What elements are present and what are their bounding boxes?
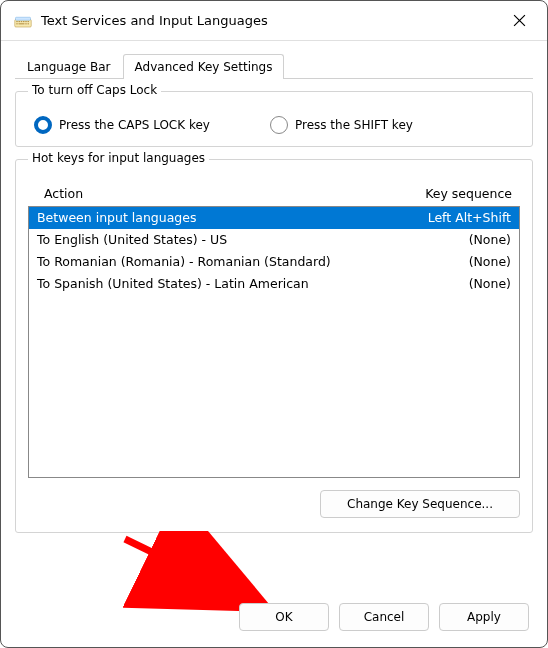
ok-button[interactable]: OK [239,603,329,631]
list-item-action: To Spanish (United States) - Latin Ameri… [37,275,309,293]
column-action: Action [44,186,83,201]
radio-checked-icon [34,116,52,134]
svg-rect-8 [16,23,18,24]
radio-shift-label: Press the SHIFT key [295,118,413,132]
svg-rect-1 [16,17,31,20]
list-item-action: To English (United States) - US [37,231,227,249]
apply-button[interactable]: Apply [439,603,529,631]
tab-advanced-key-settings[interactable]: Advanced Key Settings [123,54,285,79]
radio-capslock-key[interactable]: Press the CAPS LOCK key [34,116,210,134]
svg-rect-9 [19,23,25,24]
list-item[interactable]: Between input languages Left Alt+Shift [29,207,519,229]
close-button[interactable] [503,5,535,37]
window-title: Text Services and Input Languages [41,13,268,28]
tab-language-bar[interactable]: Language Bar [15,54,123,79]
dialog-button-row: OK Cancel Apply [239,603,529,631]
hotkeys-header: Action Key sequence [28,184,520,206]
cancel-button[interactable]: Cancel [339,603,429,631]
list-item[interactable]: To Spanish (United States) - Latin Ameri… [29,273,519,295]
keyboard-icon [13,11,33,31]
capslock-legend: To turn off Caps Lock [28,83,161,97]
list-item[interactable]: To Romanian (Romania) - Romanian (Standa… [29,251,519,273]
list-item-action: Between input languages [37,209,197,227]
svg-rect-3 [19,21,21,22]
radio-capslock-label: Press the CAPS LOCK key [59,118,210,132]
svg-rect-5 [23,21,25,22]
svg-rect-10 [25,23,27,24]
svg-rect-4 [21,21,23,22]
radio-unchecked-icon [270,116,288,134]
column-keyseq: Key sequence [425,186,512,201]
titlebar: Text Services and Input Languages [1,1,547,41]
list-item-keyseq: Left Alt+Shift [428,209,511,227]
hotkeys-group: Hot keys for input languages Action Key … [15,159,533,533]
list-item-keyseq: (None) [469,231,511,249]
svg-rect-2 [16,21,18,22]
hotkeys-list[interactable]: Between input languages Left Alt+Shift T… [28,206,520,478]
capslock-group: To turn off Caps Lock Press the CAPS LOC… [15,91,533,147]
dialog-content: Language Bar Advanced Key Settings To tu… [1,41,547,545]
list-item-action: To Romanian (Romania) - Romanian (Standa… [37,253,331,271]
svg-rect-6 [25,21,27,22]
list-item-keyseq: (None) [469,253,511,271]
list-item[interactable]: To English (United States) - US (None) [29,229,519,251]
svg-rect-11 [28,23,30,24]
radio-shift-key[interactable]: Press the SHIFT key [270,116,413,134]
list-item-keyseq: (None) [469,275,511,293]
svg-line-13 [125,539,257,603]
tab-strip: Language Bar Advanced Key Settings [15,53,533,79]
change-key-sequence-button[interactable]: Change Key Sequence... [320,490,520,518]
svg-rect-7 [28,21,30,22]
hotkeys-legend: Hot keys for input languages [28,151,209,165]
